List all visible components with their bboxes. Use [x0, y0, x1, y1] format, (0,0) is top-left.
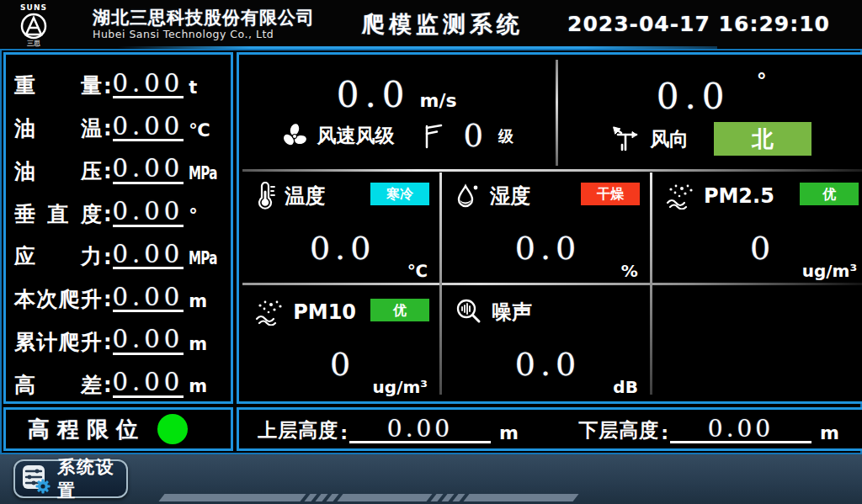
system-settings-button[interactable]: 系统设置 [13, 459, 128, 498]
wind-section: 0.0 m/s [239, 55, 862, 169]
measurement-unit: t [184, 77, 224, 98]
sensor-label: PM2.5 [704, 184, 774, 208]
grid-divider [242, 169, 862, 172]
sensor-unit: % [621, 261, 638, 281]
sensor-cell-pm10: PM10 优 0 ug/m³ [239, 285, 439, 401]
wind-speed-unit: m/s [420, 90, 457, 111]
environment-panel: 0.0 m/s [237, 52, 862, 404]
right-column: 0.0 m/s [235, 50, 862, 453]
settings-sliders-icon [22, 464, 51, 494]
measurement-label: 油 温 [14, 116, 102, 141]
layer-heights-panel: 上层高度: 0.00 m 下层高度: 0.00 m [237, 407, 862, 451]
measurement-row-oil-temp: 油 温: 0.00 ℃ [14, 103, 224, 141]
upper-height-unit: m [499, 422, 519, 443]
sensor-cell-temperature: 温度 寒冷 0.0 ℃ [239, 169, 439, 285]
measurements-panel: 重 量: 0.00 t 油 温: 0.00 ℃ 油 压: 0.00 MPa 垂直… [3, 52, 233, 404]
elevation-limit-panel: 高程限位 [3, 407, 233, 451]
sensor-cell-humidity: 湿度 干燥 0.0 % [439, 169, 650, 285]
sensor-unit: ug/m³ [802, 261, 857, 281]
elevation-limit-status-indicator [157, 414, 188, 444]
measurement-label: 油 压 [14, 159, 102, 184]
wind-section-divider [556, 60, 558, 166]
measurement-row-oil-pressure: 油 压: 0.00 MPa [14, 146, 224, 184]
measurement-unit: ° [184, 205, 224, 226]
wind-speed-value: 0.0 [337, 74, 411, 115]
grid-divider [439, 172, 442, 395]
footer-bar: 系统设置 [0, 454, 862, 504]
pm25-status-badge: 优 [800, 183, 859, 205]
measurement-value: 0.00 [113, 199, 184, 226]
sensor-unit: ug/m³ [373, 377, 428, 397]
wind-direction-unit: ° [757, 70, 767, 93]
sensor-label: PM10 [293, 300, 356, 324]
measurement-unit: ℃ [184, 120, 224, 141]
lower-height-unit: m [820, 422, 839, 443]
measurement-row-weight: 重 量: 0.00 t [14, 60, 224, 98]
grid-divider [650, 172, 652, 395]
measurement-unit: MPa [189, 248, 217, 269]
lower-height-value: 0.00 [670, 417, 811, 443]
content-frame: 重 量: 0.00 t 油 温: 0.00 ℃ 油 压: 0.00 MPa 垂直… [0, 49, 862, 454]
wind-speed-label: 风速风级 [317, 123, 394, 149]
wind-speed-block: 0.0 m/s [239, 55, 554, 169]
measurement-value: 0.00 [113, 156, 184, 183]
measurement-unit: m [184, 291, 224, 312]
particles-icon [665, 183, 695, 210]
suns-logo-icon: SUNS 三思 [12, 2, 89, 47]
measurement-row-stress: 应 力: 0.00 MPa [14, 231, 224, 269]
sensor-cell-pm25: PM2.5 优 0 ug/m³ [650, 169, 862, 285]
particles-icon [254, 299, 285, 326]
thermometer-icon [254, 182, 276, 210]
wind-level-flag-icon [423, 124, 444, 149]
measurement-row-verticality: 垂直度: 0.00 ° [14, 188, 224, 227]
pm10-status-badge: 优 [370, 299, 429, 321]
company-name-en: Hubei Sansi Technology Co., Ltd [93, 29, 315, 40]
climbing-formwork-monitor-screen: SUNS 三思 湖北三思科技股份有限公司 Hubei Sansi Technol… [0, 0, 862, 504]
svg-text:SUNS: SUNS [20, 3, 47, 12]
measurement-unit: m [184, 376, 224, 397]
measurement-label: 重 量 [14, 73, 102, 98]
measurement-label: 累计爬升 [14, 330, 102, 355]
measurement-value: 0.00 [113, 241, 184, 269]
sensor-unit: ℃ [407, 261, 428, 281]
measurement-row-total-climb: 累计爬升: 0.00 m [14, 316, 224, 355]
measurement-value: 0.00 [113, 71, 184, 98]
measurement-unit: m [184, 334, 224, 355]
upper-height-row: 上层高度: 0.00 m [258, 417, 548, 443]
humidity-status-badge: 干燥 [581, 183, 640, 205]
measurement-value: 0.00 [113, 326, 184, 354]
sensor-value: 0.0 [254, 230, 431, 267]
temperature-status-badge: 寒冷 [370, 183, 429, 205]
company-name-cn: 湖北三思科技股份有限公司 [93, 8, 315, 27]
measurement-value: 0.00 [113, 114, 184, 141]
sensor-grid: 温度 寒冷 0.0 ℃ [239, 169, 862, 401]
measurement-unit: MPa [189, 163, 217, 184]
svg-text:三思: 三思 [27, 40, 41, 47]
measurement-value: 0.00 [113, 369, 184, 397]
measurement-row-current-climb: 本次爬升: 0.00 m [14, 273, 224, 312]
sensor-label: 温度 [285, 183, 325, 210]
measurement-label: 本次爬升 [14, 287, 102, 312]
sensor-label: 湿度 [490, 183, 530, 210]
company-name: 湖北三思科技股份有限公司 Hubei Sansi Technology Co.,… [93, 8, 315, 40]
grid-divider [242, 283, 862, 285]
wind-direction-value: 0.0 [657, 76, 731, 117]
sensor-cell-empty [650, 285, 862, 401]
lower-height-label: 下层高度 [578, 417, 659, 443]
elevation-limit-label: 高程限位 [28, 415, 146, 444]
lower-height-row: 下层高度: 0.00 m [578, 417, 862, 443]
droplet-icon [455, 182, 482, 210]
settings-button-label: 系统设置 [57, 455, 120, 502]
wind-level-value: 0 [463, 120, 483, 151]
upper-height-value: 0.00 [349, 417, 491, 443]
header-bar: SUNS 三思 湖北三思科技股份有限公司 Hubei Sansi Technol… [0, 0, 862, 48]
sensor-value: 0.0 [455, 230, 641, 267]
footer-stripe-decoration [162, 494, 576, 501]
left-column: 重 量: 0.00 t 油 温: 0.00 ℃ 油 压: 0.00 MPa 垂直… [2, 50, 235, 453]
wind-direction-badge: 北 [714, 122, 811, 156]
wind-level-unit: 级 [498, 126, 513, 146]
measurement-label: 垂直度 [14, 202, 102, 227]
measurement-value: 0.00 [113, 284, 184, 312]
upper-height-label: 上层高度 [258, 417, 338, 443]
measurement-row-height-diff: 高 差: 0.00 m [14, 359, 224, 398]
